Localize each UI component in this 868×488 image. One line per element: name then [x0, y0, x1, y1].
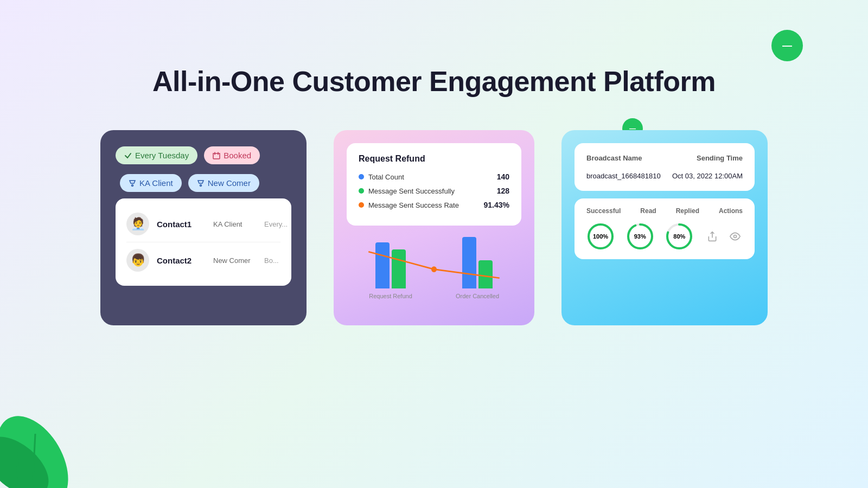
share-icon[interactable]: [705, 229, 720, 244]
stats-header: Successful Read Replied Actions: [586, 207, 743, 215]
bar-green-2: [478, 260, 493, 288]
analytics-title: Request Refund: [359, 154, 509, 164]
stat-replied: 80%: [665, 222, 693, 251]
avatar-1: 🧑‍💼: [126, 213, 149, 235]
action-icons: [705, 229, 743, 244]
dot-large-icon: [771, 30, 803, 61]
tag-booked[interactable]: Booked: [204, 146, 260, 164]
tags-row-2: KA Client New Comer: [120, 174, 291, 192]
svg-point-1: [200, 184, 201, 186]
tag-new-comer[interactable]: New Comer: [188, 174, 259, 192]
stat-sent: Message Sent Successfully 128: [359, 187, 509, 195]
tag-icon-2: [213, 152, 220, 159]
broadcast-header: Broadcast Name Sending Time broadcast_16…: [575, 143, 755, 191]
stat-rate: Message Sent Success Rate 91.43%: [359, 201, 509, 209]
eye-icon[interactable]: [727, 229, 743, 244]
page-title: All-in-One Customer Engagement Platform: [0, 0, 868, 98]
tag-ka-client[interactable]: KA Client: [120, 174, 182, 192]
tag-icon-3: [129, 179, 136, 187]
bar-chart: Request Refund Order Cancelled: [347, 234, 521, 310]
tag-icon-1: [124, 152, 132, 159]
bars-2: [462, 237, 493, 288]
dot-blue-icon: [359, 174, 364, 179]
chart-group-2: Order Cancelled: [439, 237, 516, 299]
leaf-decoration: [0, 380, 87, 488]
tag-every-tuesday[interactable]: Every Tuesday: [116, 146, 197, 164]
stats-values: 100% 93%: [586, 222, 743, 251]
broadcast-columns: Broadcast Name Sending Time: [586, 154, 743, 162]
broadcast-stats: Successful Read Replied Actions 100%: [575, 198, 755, 259]
stat-total: Total Count 140: [359, 172, 509, 181]
cards-container: Every Tuesday Booked KA Client: [0, 130, 868, 325]
contact-row-2[interactable]: 👦 Contact2 New Comer Bo...: [126, 242, 280, 278]
svg-point-9: [733, 235, 736, 238]
chart-group-1: Request Refund: [352, 242, 429, 299]
card-analytics: Request Refund Total Count 140 Message S…: [334, 130, 534, 325]
stat-read: 93%: [626, 222, 654, 251]
avatar-2: 👦: [126, 249, 149, 272]
contact-row-1[interactable]: 🧑‍💼 Contact1 KA Client Every...: [126, 206, 280, 242]
contacts-list: 🧑‍💼 Contact1 KA Client Every... 👦 Contac…: [116, 198, 291, 286]
card-contacts: Every Tuesday Booked KA Client: [100, 130, 307, 325]
card-broadcast: Broadcast Name Sending Time broadcast_16…: [561, 130, 768, 325]
svg-point-2: [431, 266, 437, 272]
bar-blue-1: [375, 242, 390, 288]
bar-blue-2: [462, 237, 476, 288]
dot-green-icon: [359, 188, 364, 194]
tags-row-1: Every Tuesday Booked: [116, 146, 291, 164]
analytics-stats: Request Refund Total Count 140 Message S…: [347, 143, 521, 226]
dot-orange-icon: [359, 202, 364, 208]
svg-point-0: [132, 184, 133, 186]
stat-successful: 100%: [586, 222, 615, 251]
tag-icon-4: [197, 179, 205, 187]
bar-green-1: [392, 249, 406, 288]
broadcast-data-row: broadcast_1668481810 Oct 03, 2022 12:00A…: [586, 172, 743, 180]
bars-1: [375, 242, 406, 288]
